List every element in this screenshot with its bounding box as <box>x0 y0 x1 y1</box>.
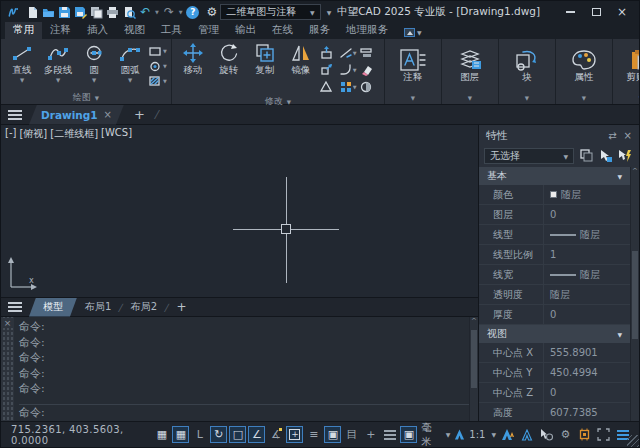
open-file-button[interactable] <box>42 4 55 20</box>
tab-online[interactable]: 在线 <box>264 22 301 39</box>
property-row-layer[interactable]: 图层 0 <box>479 205 630 225</box>
object-track-toggle[interactable]: ∡ <box>267 426 284 443</box>
tab-home[interactable]: 常用 <box>5 22 42 39</box>
ortho-toggle[interactable]: L <box>191 426 208 443</box>
redo-button[interactable]: ↷ <box>163 4 176 20</box>
tab-geo[interactable]: 地理服务 <box>338 22 396 39</box>
doc-tab-close-icon[interactable]: × <box>104 109 112 120</box>
dynamic-ucs-toggle[interactable]: + <box>286 426 303 443</box>
point-style-toggle[interactable]: + <box>362 426 379 443</box>
units-dropdown-icon[interactable]: ▼ <box>444 431 453 438</box>
section-general[interactable]: 基本 ▼ <box>479 167 630 185</box>
redo-dropdown[interactable]: ▼ <box>179 9 184 15</box>
donut-tool[interactable]: ▼ <box>149 60 167 72</box>
lineweight-toggle[interactable]: ≡ <box>305 426 322 443</box>
tab-insert[interactable]: 插入 <box>79 22 116 39</box>
line-tool[interactable]: 直线 ▼ <box>5 42 39 91</box>
arc-tool[interactable]: 圆弧 ▼ <box>113 42 147 91</box>
settings-button[interactable]: ⚙ <box>557 426 574 443</box>
command-scrollbar[interactable]: ^ <box>469 317 478 421</box>
property-row-lineweight[interactable]: 线宽 随层 <box>479 265 630 285</box>
property-row-thickness[interactable]: 厚度 0 <box>479 305 630 325</box>
viewport-view-control[interactable]: [俯视] <box>19 127 47 141</box>
doc-menu-button[interactable] <box>1 110 29 120</box>
toggle-pickadd-icon[interactable] <box>580 149 594 163</box>
layers-tool[interactable]: 图层 <box>453 49 487 84</box>
rectangle-tool[interactable]: ▼ <box>149 45 167 57</box>
array-tool[interactable]: ▼ <box>340 78 360 95</box>
tab-output[interactable]: 输出 <box>227 22 264 39</box>
properties-scrollbar[interactable]: ^ <box>630 167 639 421</box>
clean-screen-button[interactable] <box>595 426 612 443</box>
mirror-tool[interactable]: 镜像 <box>284 42 318 95</box>
tab-view[interactable]: 视图 <box>116 22 153 39</box>
chevron-down-icon[interactable]: ▼ <box>92 78 96 83</box>
annotation-visibility-toggle[interactable]: 目 <box>343 426 360 443</box>
grid-display-toggle[interactable]: ▦ <box>153 426 170 443</box>
resize-grip[interactable] <box>627 435 639 447</box>
property-row-color[interactable]: 颜色 随层 <box>479 185 630 205</box>
annotation-auto-scale-button[interactable] <box>500 426 517 443</box>
save-button[interactable] <box>58 4 71 20</box>
ribbon-collapse-button[interactable]: ▼ <box>404 28 422 39</box>
copy-button[interactable] <box>90 4 103 20</box>
coordinates-display[interactable]: 715.2361, 403.5603, 0.0000 <box>11 424 151 446</box>
units-label[interactable]: 毫米 <box>419 421 441 448</box>
property-row-center-y[interactable]: 中心点 Y 450.4994 <box>479 363 630 383</box>
section-view[interactable]: 视图 ▼ <box>479 325 630 343</box>
annotation-scale-value[interactable]: 1:1 <box>467 429 487 440</box>
layout-tab-1[interactable]: 布局1 <box>77 300 119 314</box>
scroll-up-icon[interactable]: ^ <box>631 167 639 175</box>
maximize-button[interactable] <box>585 5 607 20</box>
new-file-button[interactable] <box>26 4 39 20</box>
minimize-button[interactable] <box>559 5 581 20</box>
selection-dropdown[interactable]: 无选择 ▼ <box>484 148 574 164</box>
annotate-panel-footer[interactable]: ▼ <box>388 91 438 104</box>
chevron-down-icon[interactable]: ▼ <box>56 78 60 83</box>
workspace-dropdown[interactable]: 二维草图与注释 ▼ <box>220 4 320 20</box>
undo-button[interactable]: ↶ <box>139 4 152 20</box>
angle-snap-toggle[interactable]: ∠ <box>248 426 265 443</box>
dynamic-input-toggle[interactable]: ▣ <box>324 426 341 443</box>
doc-tab-drawing1[interactable]: Drawing1 × <box>29 105 124 125</box>
property-row-linetype[interactable]: 线型 随层 <box>479 225 630 245</box>
command-close-icon[interactable]: × <box>1 318 14 328</box>
command-history[interactable]: 命令: 命令: 命令: 命令: 命令: 命令: <box>14 317 469 421</box>
preview-button[interactable] <box>123 4 136 20</box>
circle-tool[interactable]: 圆 ▼ <box>77 42 111 91</box>
hardware-acceleration-button[interactable] <box>576 426 593 443</box>
scroll-up-icon[interactable]: ^ <box>470 317 478 325</box>
layout-tab-2[interactable]: 布局2 <box>123 300 165 314</box>
copy-tool[interactable]: 复制 <box>248 42 282 95</box>
new-doc-tab-button[interactable]: + <box>134 107 145 122</box>
autohide-icon[interactable]: ⇄ <box>608 130 616 141</box>
rotate-tool[interactable]: 旋转 <box>212 42 246 95</box>
help-button[interactable]: ? <box>186 4 199 20</box>
layout-tab-model[interactable]: 模型 <box>29 298 77 317</box>
tab-manage[interactable]: 管理 <box>190 22 227 39</box>
property-row-ltscale[interactable]: 线型比例 1 <box>479 245 630 265</box>
close-button[interactable]: × <box>611 5 633 20</box>
property-row-center-z[interactable]: 中心点 Z 0 <box>479 383 630 403</box>
units-toggle[interactable]: ▣ <box>400 426 417 443</box>
properties-tool[interactable]: 属性 <box>567 49 601 84</box>
command-drag-handle[interactable]: × <box>1 317 14 421</box>
clipboard-panel-footer[interactable]: ▼ <box>616 91 640 104</box>
polyline-tool[interactable]: 多段线 ▼ <box>41 42 75 91</box>
select-objects-icon[interactable] <box>599 149 613 163</box>
isolate-objects-button[interactable] <box>538 426 555 443</box>
tab-tools[interactable]: 工具 <box>153 22 190 39</box>
quick-select-icon[interactable] <box>618 149 632 163</box>
tab-services[interactable]: 服务 <box>301 22 338 39</box>
layout-menu-button[interactable] <box>1 302 29 312</box>
viewport-visualstyle-control[interactable]: [二维线框] <box>50 127 98 141</box>
draw-panel-footer[interactable]: 绘图 ▼ <box>4 91 168 104</box>
block-tool[interactable]: 块 <box>510 49 544 84</box>
snap-toggle[interactable]: ▦ <box>172 426 189 443</box>
properties-toggle[interactable] <box>381 426 398 443</box>
erase-tool[interactable] <box>360 61 380 78</box>
annotation-monitor-button[interactable] <box>519 426 536 443</box>
print-button[interactable] <box>106 4 119 20</box>
drawing-canvas[interactable]: [-] [俯视] [二维线框] [WCS] x <box>1 125 478 297</box>
fillet-tool[interactable]: ▼ <box>340 61 360 78</box>
